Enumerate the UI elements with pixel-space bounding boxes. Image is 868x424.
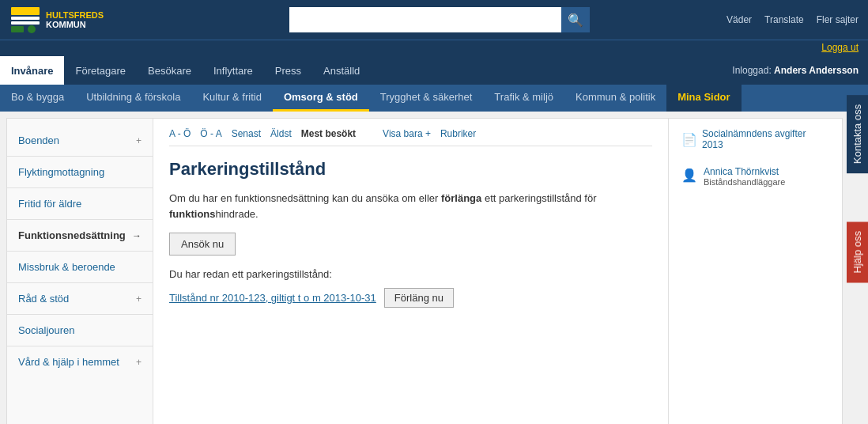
search-bar: 🔍: [289, 7, 590, 32]
sort-senast[interactable]: Senast: [232, 128, 261, 139]
user-bar: Logga ut: [0, 40, 868, 56]
primary-nav-invanare[interactable]: Invånare: [0, 56, 64, 85]
search-input[interactable]: [289, 7, 561, 32]
primary-nav-anstald[interactable]: Anställd: [312, 56, 371, 85]
svg-point-5: [28, 25, 36, 33]
social-avgifter-link[interactable]: 📄 Socialnämndens avgifter 2013: [681, 128, 829, 150]
logo-text: HULTSFREDS KOMMUN: [46, 10, 104, 29]
secondary-nav-trygghet[interactable]: Trygghet & säkerhet: [369, 85, 484, 112]
sort-o-a[interactable]: Ö - A: [200, 128, 221, 139]
search-wrapper: 🔍: [152, 7, 726, 32]
secondary-nav-bo-bygga[interactable]: Bo & bygga: [0, 85, 75, 112]
svg-rect-3: [11, 21, 40, 25]
sort-mest-besokat[interactable]: Mest besökt: [301, 128, 356, 139]
sidebar-item-vard-hjalp[interactable]: Vård & hjälp i hemmet +: [7, 350, 153, 374]
permit-row: Tillstånd nr 2010-123, giltigt t o m 201…: [169, 288, 652, 308]
sidebar-divider-2: [7, 187, 153, 188]
logged-in-info: Inloggad: Anders Andersson: [723, 56, 868, 85]
rubriker-link[interactable]: Rubriker: [440, 128, 476, 139]
contact-person: 👤 Annica Thörnkvist Biståndshandläggare: [681, 166, 829, 187]
plus-icon-3: +: [136, 357, 142, 368]
page-title: Parkeringstillstånd: [169, 159, 652, 180]
sidebar-divider: [7, 156, 153, 157]
right-panel: 📄 Socialnämndens avgifter 2013 👤 Annica …: [668, 119, 842, 424]
primary-nav-press[interactable]: Press: [264, 56, 312, 85]
search-button[interactable]: 🔍: [561, 7, 590, 32]
secondary-nav: Bo & bygga Utbildning & förskola Kultur …: [0, 85, 868, 112]
primary-nav-inflyttare[interactable]: Inflyttare: [202, 56, 264, 85]
visa-bara-link[interactable]: Visa bara +: [383, 128, 431, 139]
sidebar-divider-5: [7, 282, 153, 283]
svg-rect-4: [11, 26, 24, 32]
sidebar-divider-3: [7, 219, 153, 220]
sidebar-divider-4: [7, 251, 153, 252]
plus-icon-2: +: [136, 293, 142, 305]
contact-name[interactable]: Annica Thörnkvist: [704, 166, 785, 177]
main-container: Boenden + Flyktingmottagning Fritid för …: [6, 118, 843, 424]
primary-nav: Invånare Företagare Besökare Inflyttare …: [0, 56, 868, 85]
sidebar-divider-7: [7, 346, 153, 346]
primary-nav-items: Invånare Företagare Besökare Inflyttare …: [0, 56, 723, 85]
logo: HULTSFREDS KOMMUN: [9, 6, 152, 34]
sidebar-item-flyktingmottagning[interactable]: Flyktingmottagning: [7, 160, 153, 184]
top-link-translate[interactable]: Translate: [764, 14, 804, 25]
primary-nav-foretagare[interactable]: Företagare: [64, 56, 137, 85]
sort-aldst[interactable]: Äldst: [270, 128, 292, 139]
top-bar: HULTSFREDS KOMMUN 🔍 Väder Translate Fler…: [0, 0, 868, 40]
top-link-fler[interactable]: Fler sajter: [817, 14, 859, 25]
page-description: Om du har en funktionsnedsättning kan du…: [169, 191, 652, 221]
permit-link[interactable]: Tillstånd nr 2010-123, giltigt t o m 201…: [169, 292, 376, 304]
secondary-nav-omsorg[interactable]: Omsorg & stöd: [273, 85, 369, 112]
extend-button[interactable]: Förläng nu: [384, 288, 454, 308]
content-area: A - Ö Ö - A Senast Äldst Mest besökt Vis…: [153, 119, 668, 424]
secondary-nav-utbildning[interactable]: Utbildning & förskola: [75, 85, 191, 112]
sidebar-item-fritid[interactable]: Fritid för äldre: [7, 191, 153, 216]
svg-rect-1: [11, 7, 40, 15]
svg-rect-2: [11, 17, 40, 20]
sort-bar: A - Ö Ö - A Senast Äldst Mest besökt Vis…: [169, 128, 652, 146]
contact-info: Annica Thörnkvist Biståndshandläggare: [704, 166, 785, 187]
arrow-icon: →: [132, 230, 142, 241]
apply-button[interactable]: Ansök nu: [169, 233, 236, 256]
existing-permit-label: Du har redan ett parkeringstillstånd:: [169, 268, 652, 280]
sidebar-item-rad-stod[interactable]: Råd & stöd +: [7, 286, 153, 311]
primary-nav-besokare[interactable]: Besökare: [137, 56, 202, 85]
left-sidebar: Boenden + Flyktingmottagning Fritid för …: [7, 119, 153, 424]
search-icon: 🔍: [568, 13, 583, 28]
secondary-nav-kultur[interactable]: Kultur & fritid: [191, 85, 272, 112]
sort-a-o[interactable]: A - Ö: [169, 128, 191, 139]
sidebar-item-socialjouren[interactable]: Socialjouren: [7, 318, 153, 343]
document-icon: 📄: [681, 132, 697, 147]
hjalp-tab[interactable]: Hjälp oss: [847, 221, 868, 282]
sidebar-item-funktionsnedsattning[interactable]: Funktionsnedsättning →: [7, 223, 153, 248]
secondary-nav-kommun[interactable]: Kommun & politik: [564, 85, 666, 112]
logout-link[interactable]: Logga ut: [821, 42, 859, 53]
sidebar-item-boenden[interactable]: Boenden +: [7, 128, 153, 153]
sidebar-divider-6: [7, 314, 153, 315]
top-link-vaeder[interactable]: Väder: [726, 14, 752, 25]
top-links: Väder Translate Fler sajter: [726, 14, 859, 25]
plus-icon: +: [136, 135, 142, 146]
logo-icon: [9, 6, 41, 34]
contact-role: Biståndshandläggare: [704, 177, 785, 187]
sidebar-item-missbruk[interactable]: Missbruk & beroende: [7, 255, 153, 279]
secondary-nav-trafik[interactable]: Trafik & miljö: [483, 85, 564, 112]
kontakta-tab[interactable]: Kontakta oss: [847, 95, 868, 173]
secondary-nav-mina-sidor[interactable]: Mina Sidor: [666, 85, 741, 112]
person-icon: 👤: [681, 168, 697, 183]
